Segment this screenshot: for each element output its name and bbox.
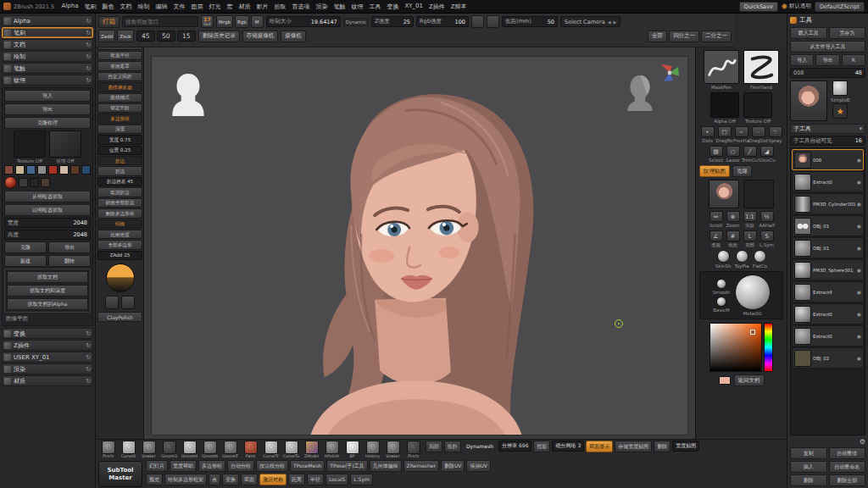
refresh-icon[interactable]: ↻	[86, 77, 91, 84]
tray-item[interactable]: ZAdd 25	[97, 251, 142, 260]
brush-thumbnail[interactable]: Groom3	[159, 441, 179, 458]
draw-size-slider[interactable]: 绘制大小19.64147	[266, 16, 341, 27]
hue-strip[interactable]	[764, 323, 773, 372]
sculpt-mode-button[interactable]: Zsub	[117, 30, 134, 42]
brush-thumbnail[interactable]: ZModel	[302, 441, 321, 458]
visibility-eye-icon[interactable]: ◉	[857, 289, 861, 295]
visibility-eye-icon[interactable]: ◉	[857, 201, 861, 207]
texture-small-button[interactable]: 翻转	[48, 255, 91, 267]
geometry-button[interactable]: 拓扑	[444, 441, 461, 452]
tray-item[interactable]: 多边形组	[97, 114, 142, 123]
texture-current-thumbnail[interactable]	[49, 130, 81, 158]
simple-brush-thumbnail[interactable]	[832, 80, 848, 96]
brush-thumbnail[interactable]: Snaker	[139, 441, 159, 458]
claypolish-button[interactable]: ClayPolish	[97, 312, 142, 322]
subtool-item[interactable]: Extract0 ◉	[792, 325, 864, 347]
zoom-icon[interactable]: ⊕	[726, 211, 740, 222]
actual-size-icon[interactable]	[121, 296, 135, 309]
zoom-icon[interactable]: 1:1	[743, 211, 757, 222]
refresh-icon[interactable]: ↻	[86, 65, 91, 72]
tray-item[interactable]: 全部多边形	[97, 240, 142, 249]
geometry-button[interactable]: 局部	[426, 441, 442, 452]
visibility-eye-icon[interactable]: ◉	[857, 179, 861, 185]
view-toggle-icon[interactable]: ∠	[709, 230, 723, 241]
palette-row[interactable]: 材质 ↻	[2, 375, 93, 386]
visibility-eye-icon[interactable]: ◉	[857, 157, 861, 163]
texture-action-button[interactable]: 导入	[4, 90, 91, 102]
bottom-button[interactable]: 幻灯片	[146, 460, 168, 472]
menu-item[interactable]: 笔刷	[81, 1, 99, 13]
refresh-icon[interactable]: ↻	[86, 378, 91, 385]
texture-action-button[interactable]: 克隆纹理	[4, 117, 91, 129]
tray-item[interactable]: 取消折边	[97, 187, 142, 197]
subtool-master-button[interactable]: SubTool Master	[98, 461, 142, 487]
brush-thumbnail[interactable]: Snaker	[383, 441, 403, 458]
bottom-button[interactable]: 宽度帮助	[170, 460, 197, 472]
subtool-action-button[interactable]: 复制	[790, 447, 827, 459]
visibility-eye-icon[interactable]: ◉	[857, 333, 861, 339]
texture-swatch[interactable]	[37, 165, 47, 175]
palette-row[interactable]: 笔触 ↻	[2, 63, 93, 74]
geometry-button[interactable]: 双面显示	[586, 441, 613, 452]
backface-mask-icon[interactable]	[487, 15, 499, 28]
favorite-star-icon[interactable]: ★	[832, 103, 848, 119]
prev-arrow-icon[interactable]: ◀	[608, 19, 611, 25]
geometry-button[interactable]: 细分网络 3	[552, 441, 584, 452]
texture-action-button[interactable]: 导出	[4, 103, 91, 115]
brush-thumbnail[interactable]: Paint	[241, 441, 260, 458]
subtool-action-button[interactable]: 自动重命名	[829, 461, 866, 473]
select-tool-icon[interactable]: ╱	[743, 146, 757, 157]
brush-thumbnail[interactable]: CurveD	[119, 441, 138, 458]
palette-row[interactable]: 绘制 ↻	[2, 51, 93, 62]
subtool-item[interactable]: Extract0 ◉	[792, 303, 864, 324]
lightbox-button[interactable]: 灯箱	[98, 16, 120, 28]
tray-item[interactable]: 折边	[97, 166, 142, 175]
refresh-icon[interactable]: ↻	[86, 18, 91, 25]
palette-row[interactable]: 笔刷 ↻	[2, 27, 93, 38]
sculpt-mode-button[interactable]: Zadd	[98, 30, 115, 42]
texture-swatch[interactable]	[4, 165, 14, 175]
bottom-button[interactable]: TPoseMesh	[290, 460, 325, 472]
brush-thumbnail[interactable]: Pinch	[403, 441, 423, 458]
bottom-button[interactable]: 双面	[241, 474, 258, 485]
menu-item[interactable]: 文档	[117, 1, 135, 13]
axis-gizmo-icon[interactable]	[659, 62, 681, 84]
visibility-eye-icon[interactable]: ◉	[857, 311, 861, 317]
bottom-button[interactable]: 半径	[307, 474, 324, 485]
menu-item[interactable]: 首选项	[289, 1, 313, 13]
back-to-document-button[interactable]: 返回文档	[734, 374, 765, 386]
tray-item[interactable]: 背面遮罩	[97, 61, 142, 70]
paint-mode-button[interactable]: M	[251, 15, 264, 28]
camera-select[interactable]: Select Camera◀▶	[560, 16, 620, 27]
subtool-action-button[interactable]: 自动重排	[829, 447, 866, 459]
paint-mode-button[interactable]: Mrgb	[216, 15, 233, 28]
bottom-button[interactable]: 多边形组	[198, 460, 225, 472]
bottom-button[interactable]: 保持UV	[466, 460, 491, 472]
menu-item[interactable]: Z插件	[426, 1, 448, 13]
subtool-item[interactable]: OBJ_01 ◉	[792, 215, 864, 236]
subtool-item[interactable]: Extract4 ◉	[792, 281, 864, 302]
visibility-eye-icon[interactable]: ◉	[857, 245, 861, 251]
texture-small-button[interactable]: 克隆	[4, 241, 47, 253]
bottom-button[interactable]: LocalS	[326, 474, 348, 485]
texture-swatch[interactable]	[15, 165, 25, 175]
gear-icon[interactable]: ⚙	[860, 438, 865, 446]
texture-swatch[interactable]	[26, 165, 36, 175]
bottom-button[interactable]: 预览	[146, 474, 163, 485]
texture-swatch[interactable]	[81, 165, 91, 175]
menu-item[interactable]: Alpha	[58, 1, 81, 13]
camera-button[interactable]: 摄像机	[281, 30, 306, 42]
bottom-button[interactable]: TPose(子)工具	[326, 460, 367, 472]
shelf-value-field[interactable]: 15	[177, 30, 196, 42]
bottom-button[interactable]: 变换	[222, 474, 239, 485]
tray-item[interactable]: 折边	[97, 156, 142, 165]
texture-small-button[interactable]: 导出	[48, 241, 91, 253]
menu-item[interactable]: 图层	[188, 1, 206, 13]
document-viewport[interactable]	[151, 56, 688, 435]
bottom-button[interactable]: 距离	[288, 474, 305, 485]
stroke-type-icon[interactable]: •	[701, 126, 715, 137]
subtool-action-button[interactable]: 插入	[790, 461, 827, 473]
edit-icon[interactable]: 17Gut	[201, 15, 214, 28]
refresh-icon[interactable]: ↻	[86, 42, 91, 48]
tray-item[interactable]: 锁定开始	[97, 103, 142, 113]
